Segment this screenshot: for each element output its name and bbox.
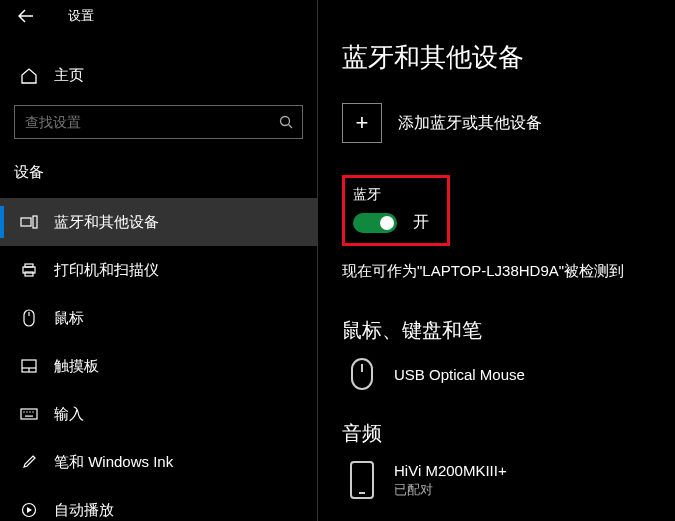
add-device-button[interactable]: + 添加蓝牙或其他设备 [342,103,675,143]
nav-touchpad[interactable]: 触摸板 [0,342,317,390]
add-device-label: 添加蓝牙或其他设备 [398,113,542,134]
svg-point-15 [29,411,30,412]
nav-item-label: 笔和 Windows Ink [54,453,173,472]
device-item-audio[interactable]: HiVi M200MKIII+ 已配对 [342,461,675,499]
mouse-icon [18,309,40,327]
printer-icon [18,262,40,278]
plus-icon: + [342,103,382,143]
nav-item-label: 触摸板 [54,357,99,376]
nav-item-label: 打印机和扫描仪 [54,261,159,280]
nav-autoplay[interactable]: 自动播放 [0,486,317,521]
nav-item-label: 输入 [54,405,84,424]
svg-point-16 [32,411,33,412]
device-name: HiVi M200MKIII+ [394,462,507,479]
touchpad-icon [18,359,40,373]
svg-line-1 [289,125,293,129]
bluetooth-toggle[interactable] [353,213,397,233]
nav-printers[interactable]: 打印机和扫描仪 [0,246,317,294]
device-name: USB Optical Mouse [394,366,525,383]
svg-rect-3 [33,216,37,228]
mouse-device-icon [351,358,373,390]
audio-section-title: 音频 [342,420,675,447]
svg-point-0 [281,117,290,126]
device-status: 已配对 [394,481,507,499]
svg-rect-5 [25,264,33,267]
nav-mouse[interactable]: 鼠标 [0,294,317,342]
back-button[interactable] [18,6,46,26]
sidebar-section-title: 设备 [0,157,317,198]
pen-icon [18,454,40,470]
mouse-section-title: 鼠标、键盘和笔 [342,317,675,344]
bluetooth-toggle-highlight: 蓝牙 开 [342,175,450,246]
nav-item-label: 鼠标 [54,309,84,328]
svg-point-14 [26,411,27,412]
discoverable-text: 现在可作为"LAPTOP-LJ38HD9A"被检测到 [342,260,675,281]
svg-rect-17 [25,416,33,417]
autoplay-icon [18,502,40,518]
nav-item-label: 蓝牙和其他设备 [54,213,159,232]
nav-bluetooth[interactable]: 蓝牙和其他设备 [0,198,317,246]
keyboard-icon [18,408,40,420]
nav-item-label: 自动播放 [54,501,114,520]
search-input[interactable] [14,105,303,139]
svg-point-13 [23,411,24,412]
bluetooth-label: 蓝牙 [353,186,429,204]
search-icon [279,115,293,129]
device-item-mouse[interactable]: USB Optical Mouse [342,358,675,390]
audio-device-icon [350,461,374,499]
svg-rect-12 [21,409,37,419]
home-icon [18,67,40,85]
window-title: 设置 [68,7,94,25]
bluetooth-toggle-state: 开 [413,212,429,233]
nav-home[interactable]: 主页 [0,54,317,97]
page-title: 蓝牙和其他设备 [342,40,675,75]
nav-pen[interactable]: 笔和 Windows Ink [0,438,317,486]
nav-typing[interactable]: 输入 [0,390,317,438]
devices-icon [18,215,40,229]
nav-home-label: 主页 [54,66,84,85]
svg-rect-2 [21,218,31,226]
